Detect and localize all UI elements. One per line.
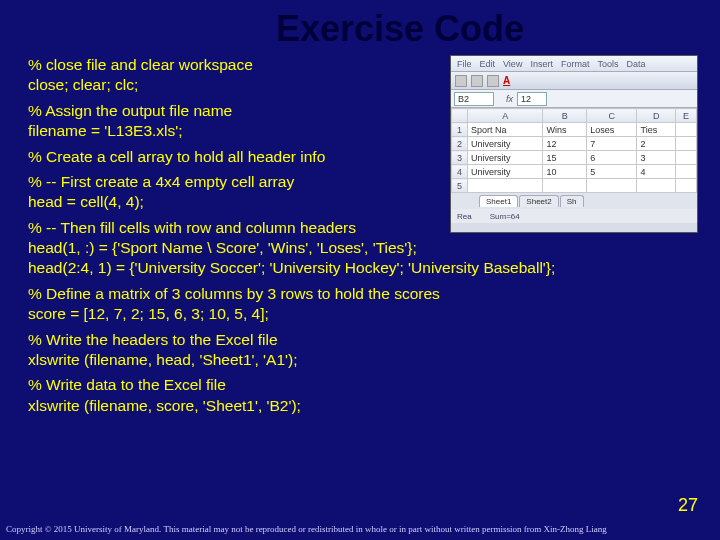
cell: Ties	[637, 123, 675, 137]
cell: University	[468, 151, 543, 165]
font-color-icon: A	[503, 75, 510, 86]
row-header: 1	[452, 123, 468, 137]
cell: University	[468, 165, 543, 179]
menu-data: Data	[626, 59, 645, 69]
cell	[543, 179, 587, 193]
cell: 2	[637, 137, 675, 151]
name-box: B2	[454, 92, 494, 106]
cell: 6	[587, 151, 637, 165]
row-header: 5	[452, 179, 468, 193]
cell	[675, 137, 696, 151]
cell: 4	[637, 165, 675, 179]
col-header: D	[637, 109, 675, 123]
code-line: xlswrite (filename, score, 'Sheet1', 'B2…	[28, 396, 688, 415]
menu-file: File	[457, 59, 472, 69]
cell: 7	[587, 137, 637, 151]
cell: 5	[587, 165, 637, 179]
copyright-text: Copyright © 2015 University of Maryland.…	[6, 524, 714, 534]
code-line: head(2:4, 1) = {'University Soccer'; 'Un…	[28, 258, 688, 277]
excel-grid: A B C D E 1 Sport Na Wins Loses Ties 2 U…	[451, 108, 697, 193]
table-row: 2 University 12 7 2	[452, 137, 697, 151]
code-line: % Write data to the Excel file	[28, 375, 688, 394]
cell: 12	[543, 137, 587, 151]
row-header: 2	[452, 137, 468, 151]
table-row: 1 Sport Na Wins Loses Ties	[452, 123, 697, 137]
cell: 10	[543, 165, 587, 179]
sheet-tab: Sheet2	[519, 195, 558, 207]
formula-value: 12	[517, 92, 547, 106]
toolbar-icon	[487, 75, 499, 87]
cell	[468, 179, 543, 193]
sheet-tab: Sh	[560, 195, 584, 207]
sheet-tab: Sheet1	[479, 195, 518, 207]
menu-insert: Insert	[530, 59, 553, 69]
code-line: xlswrite (filename, head, 'Sheet1', 'A1'…	[28, 350, 688, 369]
table-row: 3 University 15 6 3	[452, 151, 697, 165]
menu-format: Format	[561, 59, 590, 69]
menu-tools: Tools	[597, 59, 618, 69]
code-line: % Write the headers to the Excel file	[28, 330, 688, 349]
excel-toolbar: A	[451, 72, 697, 90]
cell	[675, 151, 696, 165]
menu-view: View	[503, 59, 522, 69]
code-line: score = [12, 7, 2; 15, 6, 3; 10, 5, 4];	[28, 304, 688, 323]
code-line: % Define a matrix of 3 columns by 3 rows…	[28, 284, 688, 303]
page-number: 27	[678, 495, 698, 516]
toolbar-icon	[471, 75, 483, 87]
table-row: 4 University 10 5 4	[452, 165, 697, 179]
cell: Sport Na	[468, 123, 543, 137]
cell: 3	[637, 151, 675, 165]
excel-screenshot: File Edit View Insert Format Tools Data …	[450, 55, 698, 233]
excel-menubar: File Edit View Insert Format Tools Data	[451, 56, 697, 72]
cell: Loses	[587, 123, 637, 137]
cell: University	[468, 137, 543, 151]
col-header: C	[587, 109, 637, 123]
row-header: 3	[452, 151, 468, 165]
table-row: 5	[452, 179, 697, 193]
excel-formula-bar: B2 fx 12	[451, 90, 697, 108]
cell	[637, 179, 675, 193]
slide-title: Exercise Code	[0, 0, 720, 50]
cell: Wins	[543, 123, 587, 137]
fx-icon: fx	[506, 94, 513, 104]
col-header: E	[675, 109, 696, 123]
cell	[675, 179, 696, 193]
cell	[587, 179, 637, 193]
corner-cell	[452, 109, 468, 123]
toolbar-icon	[455, 75, 467, 87]
cell: 15	[543, 151, 587, 165]
cell	[675, 165, 696, 179]
status-ready: Rea	[457, 212, 472, 221]
excel-statusbar: Rea Sum=64	[451, 209, 697, 223]
menu-edit: Edit	[480, 59, 496, 69]
col-header: A	[468, 109, 543, 123]
sheet-tabs: Sheet1 Sheet2 Sh	[451, 193, 697, 209]
code-line: head(1, :) = {'Sport Name \ Score', 'Win…	[28, 238, 688, 257]
status-sum: Sum=64	[490, 212, 520, 221]
cell	[675, 123, 696, 137]
col-header: B	[543, 109, 587, 123]
row-header: 4	[452, 165, 468, 179]
